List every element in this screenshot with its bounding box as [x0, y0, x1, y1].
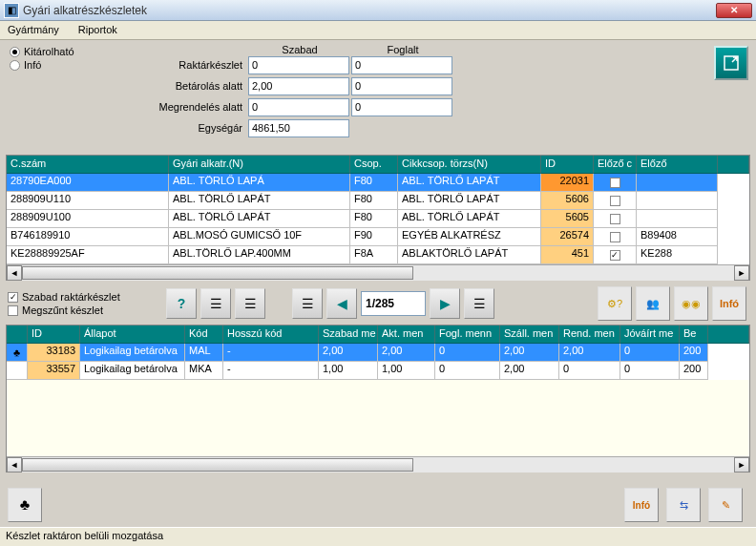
- horizontal-scrollbar[interactable]: ◄►: [7, 456, 749, 472]
- column-header[interactable]: Rend. men: [559, 326, 620, 344]
- checkbox-icon[interactable]: [610, 232, 620, 242]
- column-header[interactable]: Be: [680, 326, 708, 344]
- top-panel: Kitárolható Infó Szabad Foglalt Raktárké…: [0, 40, 756, 153]
- stock-grid[interactable]: IDÁllapotKódHosszú kódSzabad meAkt. menF…: [6, 325, 750, 472]
- column-header[interactable]: Kód: [185, 326, 223, 344]
- column-header[interactable]: ID: [541, 156, 594, 174]
- scroll-thumb[interactable]: [22, 458, 413, 472]
- column-header[interactable]: Előző: [637, 156, 718, 174]
- input-betarolas-szabad[interactable]: [248, 77, 349, 95]
- table-row[interactable]: 33557Logikailag betárolvaMKA-1,001,0002,…: [7, 362, 749, 380]
- column-header[interactable]: Akt. men: [378, 326, 435, 344]
- help-button[interactable]: ?: [166, 288, 197, 319]
- menubar: Gyártmány Riportok: [0, 21, 756, 40]
- label-egysegar: Egységár: [124, 122, 248, 134]
- window-title: Gyári alkatrészkészletek: [23, 4, 716, 17]
- footer-transfer-button[interactable]: ⇆: [666, 488, 701, 522]
- table-row[interactable]: B746189910ABL.MOSÓ GUMICSŐ 10FF90EGYÉB A…: [7, 228, 749, 246]
- checkbox-icon[interactable]: [610, 178, 620, 188]
- footer-edit-button[interactable]: ✎: [708, 488, 743, 522]
- input-raktar-foglalt[interactable]: [351, 56, 452, 74]
- first-page-button[interactable]: ☰: [292, 288, 323, 319]
- table-row[interactable]: ♣33183Logikailag betárolvaMAL-2,002,0002…: [7, 344, 749, 362]
- column-header[interactable]: Jóváírt me: [620, 326, 680, 344]
- prev-page-button[interactable]: ◀: [326, 288, 357, 319]
- scroll-track[interactable]: [22, 265, 734, 281]
- column-header[interactable]: Előző c: [594, 156, 637, 174]
- list-button-1[interactable]: ☰: [200, 288, 231, 319]
- club-button[interactable]: [8, 488, 42, 522]
- column-header[interactable]: Gyári alkatr.(N): [169, 156, 350, 174]
- grid-empty-area: [7, 380, 749, 456]
- table-cell: MKA: [185, 362, 223, 380]
- column-header[interactable]: Fogl. menn: [435, 326, 500, 344]
- footer-info-button[interactable]: Infó: [624, 488, 659, 522]
- table-row[interactable]: 28790EA000ABL. TÖRLŐ LAPÁF80ABL. TÖRLŐ L…: [7, 174, 749, 192]
- table-cell: 1,00: [319, 362, 378, 380]
- scroll-thumb[interactable]: [22, 266, 413, 280]
- input-betarolas-foglalt[interactable]: [351, 77, 452, 95]
- last-icon: ☰: [473, 296, 486, 311]
- menu-gyartmany[interactable]: Gyártmány: [4, 23, 63, 37]
- check-szabad-raktar[interactable]: ✓ Szabad raktárkészlet: [8, 291, 151, 303]
- parts-grid[interactable]: C.számGyári alkatr.(N)Csop.Cikkcsop. tör…: [6, 155, 750, 281]
- page-input[interactable]: [361, 291, 426, 316]
- horizontal-scrollbar[interactable]: ◄►: [7, 264, 749, 280]
- last-page-button[interactable]: ☰: [464, 288, 494, 319]
- column-header[interactable]: Szabad me: [319, 326, 378, 344]
- users-icon: 👥: [646, 298, 660, 310]
- info-button[interactable]: Infó: [712, 286, 746, 321]
- list-icon: ☰: [210, 296, 222, 311]
- table-row[interactable]: KE28889925AFABL.TÖRLŐ LAP.400MMF8AABLAKT…: [7, 246, 749, 264]
- table-cell: 28790EA000: [7, 174, 169, 192]
- gear-help-button[interactable]: ⚙?: [598, 286, 632, 321]
- table-cell: F80: [350, 192, 398, 210]
- check-megszunt[interactable]: Megszűnt készlet: [8, 304, 151, 316]
- column-header[interactable]: C.szám: [7, 156, 169, 174]
- checkbox-icon[interactable]: [610, 214, 620, 224]
- close-button[interactable]: ✕: [716, 3, 752, 18]
- first-icon: ☰: [302, 296, 314, 311]
- column-header[interactable]: Állapot: [80, 326, 185, 344]
- input-megrendeles-szabad[interactable]: [248, 98, 349, 116]
- table-row[interactable]: 288909U110ABL. TÖRLŐ LAPÁTF80ABL. TÖRLŐ …: [7, 192, 749, 210]
- col-label-foglalt: Foglalt: [351, 44, 454, 55]
- scroll-right-icon[interactable]: ►: [734, 265, 749, 281]
- column-header[interactable]: Csop.: [350, 156, 398, 174]
- menu-riportok[interactable]: Riportok: [74, 23, 121, 37]
- checkbox-icon[interactable]: ✓: [610, 250, 620, 261]
- scroll-right-icon[interactable]: ►: [734, 457, 749, 472]
- input-raktar-szabad[interactable]: [248, 56, 349, 74]
- grid-header: IDÁllapotKódHosszú kódSzabad meAkt. menF…: [7, 326, 749, 344]
- list-button-2[interactable]: ☰: [235, 288, 265, 319]
- checkbox-icon[interactable]: [610, 196, 620, 206]
- column-header[interactable]: ID: [28, 326, 80, 344]
- table-cell: 2,00: [559, 344, 620, 362]
- radio-label: Infó: [24, 59, 41, 71]
- next-page-button[interactable]: ▶: [430, 288, 460, 319]
- pencil-icon: ✎: [722, 499, 730, 512]
- table-cell: ✓: [594, 246, 637, 264]
- coins-button[interactable]: ◉◉: [674, 286, 708, 321]
- check-label: Szabad raktárkészlet: [22, 291, 120, 303]
- users-button[interactable]: 👥: [636, 286, 670, 321]
- column-header[interactable]: Hosszú kód: [223, 326, 319, 344]
- table-cell: 5605: [541, 210, 594, 228]
- radio-info[interactable]: Infó: [10, 59, 115, 71]
- list-icon: ☰: [244, 296, 257, 311]
- radio-kitarolhato[interactable]: Kitárolható: [10, 46, 115, 57]
- table-row[interactable]: 288909U100ABL. TÖRLŐ LAPÁTF80ABL. TÖRLŐ …: [7, 210, 749, 228]
- mid-toolbar: ✓ Szabad raktárkészlet Megszűnt készlet …: [0, 283, 756, 325]
- table-cell: 5606: [541, 192, 594, 210]
- column-header[interactable]: Száll. men: [500, 326, 559, 344]
- footer-toolbar: Infó ⇆ ✎: [0, 485, 756, 525]
- input-egysegar[interactable]: [248, 119, 349, 137]
- input-megrendeles-foglalt[interactable]: [351, 98, 452, 116]
- scroll-track[interactable]: [22, 457, 734, 472]
- column-header[interactable]: Cikkcsop. törzs(N): [398, 156, 541, 174]
- label-megrendeles: Megrendelés alatt: [124, 101, 248, 113]
- scroll-left-icon[interactable]: ◄: [7, 457, 22, 472]
- expand-button[interactable]: [714, 46, 748, 80]
- table-cell: EGYÉB ALKATRÉSZ: [398, 228, 541, 246]
- scroll-left-icon[interactable]: ◄: [7, 265, 22, 281]
